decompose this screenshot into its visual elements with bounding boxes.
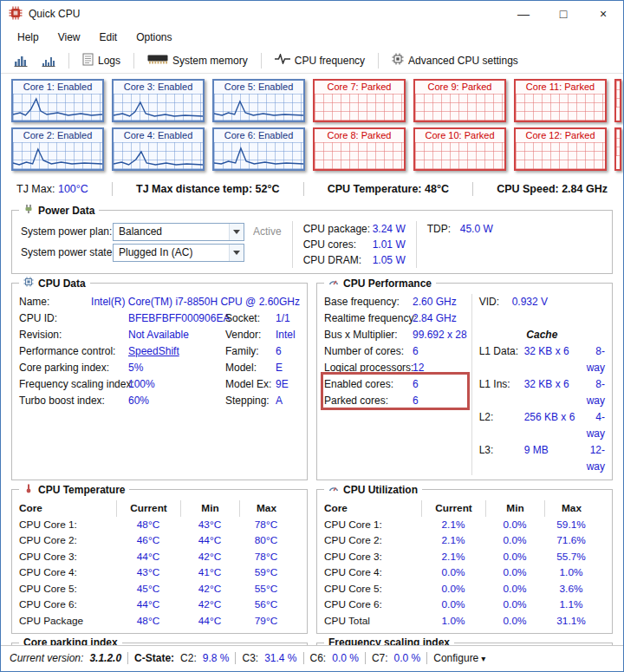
menu-options[interactable]: Options	[127, 29, 181, 46]
table-cell: CPU Core 2:	[324, 532, 421, 549]
table-cell: 45°C	[116, 581, 180, 597]
power-state-combobox[interactable]: Plugged In (AC)	[113, 244, 244, 262]
minimize-button[interactable]: —	[504, 1, 543, 27]
menu-help[interactable]: Help	[8, 29, 49, 46]
table-cell: 59°C	[239, 564, 293, 581]
cpu-utilization-title: CPU Utilization	[324, 483, 422, 496]
table-cell: 3.6%	[544, 581, 598, 597]
bar-chart-icon-2[interactable]	[37, 52, 60, 69]
core-tile[interactable]: Core 2: Enabled	[11, 127, 104, 171]
c2-value: 9.8 %	[203, 652, 230, 664]
core-tile[interactable]: Core 3: Enabled	[112, 79, 205, 122]
cpu-performance-left: Base frequency:2.60 GHz Realtime frequen…	[324, 294, 471, 475]
table-cell: 71.6%	[544, 532, 598, 549]
speedshift-link[interactable]: SpeedShift	[128, 343, 225, 360]
cpu-performance-right: VID:0.932 V Cache L1 Data:32 KB x 68-way…	[471, 294, 605, 475]
advanced-cpu-settings-button[interactable]: Advanced CPU settings	[387, 50, 523, 70]
power-plug-icon	[23, 204, 34, 217]
table-cell: 42°C	[180, 597, 239, 613]
c6-value: 0.0 %	[332, 652, 359, 664]
core-tile[interactable]: Core 8: Parked	[313, 127, 406, 171]
close-window-button[interactable]: ×	[583, 1, 623, 27]
cpu-speed-value: 2.84 GHz	[562, 183, 608, 195]
core-tile[interactable]: Core 4: Enabled	[112, 127, 205, 171]
configure-menu[interactable]: Configure ▾	[433, 652, 485, 664]
cpu-data-group: CPU Data Name:Intel(R) Core(TM) i7-8850H…	[11, 283, 308, 480]
core-label: Core 7: Parked	[315, 81, 404, 94]
field-label: Number of cores:	[324, 343, 413, 360]
table-cell: CPU Core 3:	[19, 549, 116, 565]
field-value: 99.692 x 28	[413, 327, 467, 343]
advanced-cpu-settings-label: Advanced CPU settings	[408, 55, 518, 67]
core-graph	[516, 94, 605, 121]
core-tile[interactable]: Core 9: Parked	[413, 79, 506, 122]
cpu-name-value: Intel(R) Core(TM) i7-8850H CPU @ 2.60GHz	[91, 294, 300, 310]
table-cell: 0.0%	[421, 581, 485, 597]
table-cell: 43°C	[116, 564, 180, 581]
bar-chart-icon-1[interactable]	[10, 52, 32, 69]
core-tile-partial	[614, 79, 621, 122]
table-header: Current	[116, 500, 180, 517]
table-cell: 55°C	[239, 581, 293, 597]
parked-cores-label: Parked cores:	[324, 393, 413, 409]
table-cell: 43°C	[180, 517, 239, 533]
power-plan-status: Active	[253, 225, 282, 238]
maximize-button[interactable]: □	[543, 1, 583, 27]
cpu-speed-metric: CPU Speed: 2.84 GHz	[497, 183, 608, 195]
configure-label: Configure	[433, 652, 478, 664]
field-value: 8-way	[587, 376, 605, 409]
table-cell: CPU Core 1:	[19, 517, 116, 533]
chevron-down-icon	[229, 245, 244, 261]
toolbar-separator	[378, 53, 379, 69]
core-tile[interactable]: Core 1: Enabled	[11, 79, 104, 122]
divider	[127, 652, 128, 664]
memory-icon	[147, 54, 168, 67]
core-tile[interactable]: Core 12: Parked	[514, 127, 607, 171]
divider	[416, 221, 417, 268]
table-cell: 48°C	[116, 613, 180, 630]
table-cell: 44°C	[180, 613, 239, 630]
quick-cpu-window: Quick CPU — □ × Help View Edit Options L…	[0, 0, 624, 672]
core-graph	[214, 94, 303, 121]
table-cell: 48°C	[116, 517, 180, 533]
cpu-performance-title-text: CPU Performance	[343, 277, 432, 290]
vid-value: 0.932 V	[512, 294, 548, 310]
field-value: 9E	[276, 376, 300, 393]
core-label: Core 11: Parked	[516, 81, 605, 94]
logs-button[interactable]: Logs	[78, 50, 125, 71]
core-tile[interactable]: Core 11: Parked	[514, 79, 607, 122]
field-value: 6	[276, 343, 300, 360]
cpu-temperature-title-text: CPU Temperature	[38, 484, 125, 496]
core-tile[interactable]: Core 5: Enabled	[212, 79, 305, 122]
menu-edit[interactable]: Edit	[89, 29, 127, 46]
version-label: Current version:	[10, 652, 83, 664]
table-cell: 42°C	[180, 581, 239, 597]
cpu-temperature-title: CPU Temperature	[19, 483, 129, 496]
utilization-table: CoreCurrentMinMax CPU Core 1:2.1%0.0%59.…	[324, 500, 605, 629]
power-state-value: Plugged In (AC)	[119, 246, 192, 258]
core-grid: Core 1: Enabled Core 3: Enabled Core 5: …	[1, 74, 623, 180]
field-label: Family:	[225, 343, 276, 360]
core-tile[interactable]: Core 10: Parked	[413, 127, 506, 171]
field-value: 5%	[128, 360, 225, 376]
system-memory-button[interactable]: System memory	[143, 51, 252, 69]
core-tile[interactable]: Core 7: Parked	[313, 79, 406, 122]
gauge-icon	[328, 483, 339, 496]
field-label: L3:	[479, 442, 524, 475]
core-tile[interactable]: Core 6: Enabled	[212, 127, 305, 171]
table-cell: 0.0%	[485, 613, 544, 630]
core-label: Core 1: Enabled	[13, 81, 102, 94]
field-label: Vendor:	[225, 327, 276, 343]
menu-view[interactable]: View	[49, 29, 90, 46]
pulse-icon	[275, 54, 290, 67]
table-cell: 2.1%	[421, 549, 485, 565]
chevron-down-icon	[229, 224, 244, 240]
cpu-data-title: CPU Data	[19, 277, 90, 290]
tjdist-metric: TJ Max distance temp: 52°C	[136, 183, 280, 195]
cpu-frequency-button[interactable]: CPU frequency	[270, 51, 369, 69]
table-header: Current	[421, 500, 485, 517]
power-plan-combobox[interactable]: Balanced	[113, 223, 244, 241]
table-cell: CPU Core 4:	[19, 564, 116, 581]
table-cell: 59.1%	[544, 517, 598, 533]
core-graph	[114, 94, 203, 121]
